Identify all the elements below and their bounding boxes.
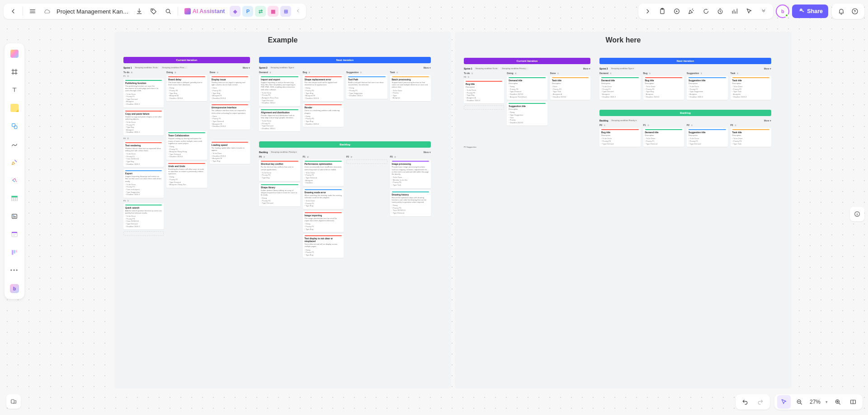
next-iteration-header: Next iteration bbox=[599, 58, 771, 64]
add-card[interactable] bbox=[123, 231, 164, 236]
sprint1-header[interactable]: Sprint 1 Grouping condition: To do Group… bbox=[123, 66, 250, 69]
card[interactable]: Team CollaborationSupport setting up sha… bbox=[166, 131, 207, 160]
card[interactable]: Suggestion titleDescriptionDoingType Sug… bbox=[507, 102, 547, 126]
card[interactable]: Bug titleDescriptionTo be DonePriority P… bbox=[599, 128, 641, 147]
card[interactable]: Shape libraryFolder abstract library edi… bbox=[259, 183, 300, 206]
col-todo[interactable]: To do1 P01 Bug titleDescriptionTo be Don… bbox=[464, 72, 504, 149]
add-card[interactable] bbox=[346, 159, 387, 164]
work-sprint1-header[interactable]: Sprint 1 Grouping condition To do Groupi… bbox=[464, 67, 590, 70]
card[interactable]: Alignment and distributionProvide alignm… bbox=[259, 108, 300, 132]
card[interactable]: Performance optimizationUsers occasional… bbox=[303, 159, 344, 186]
card[interactable]: ExportSupport exporting drawings and ent… bbox=[123, 169, 164, 198]
sprint1-tag2[interactable]: Grouping condition: Prior… bbox=[161, 66, 188, 69]
work-current-iteration[interactable]: Current iteration Sprint 1 Grouping cond… bbox=[464, 58, 590, 149]
col-p2[interactable]: P20 bbox=[346, 155, 387, 260]
col-bug[interactable]: Bug2 Shape replacement errorThe new shap… bbox=[303, 71, 344, 133]
work-sprint2-header[interactable]: Sprint 2 Grouping condition Type ▾ More … bbox=[599, 67, 771, 70]
card[interactable]: Batch processingSupport batch processing… bbox=[390, 75, 431, 101]
card[interactable]: Task titleDescriptionDonePriority P0Type… bbox=[550, 76, 590, 100]
card[interactable]: Import and exportSupport importing in va… bbox=[259, 75, 300, 106]
card[interactable]: Task titleDescriptionTo be DonePriority … bbox=[731, 76, 772, 100]
work-sprint1-tag1[interactable]: Grouping condition To do bbox=[474, 67, 499, 70]
col-todo[interactable]: To do5 P12 Publishing functionThe publis… bbox=[123, 71, 164, 236]
sprint1-tag1[interactable]: Grouping condition: To do bbox=[134, 66, 159, 69]
card-meta: To be DonePriority P2Type TaskAssigneeDe… bbox=[732, 85, 770, 98]
canvas[interactable]: Example Current iteration Sprint 1 Group… bbox=[0, 0, 868, 415]
col-doing[interactable]: Doing3 Board delayThe board data is dela… bbox=[166, 71, 207, 236]
card[interactable]: Unresponsive InterfaceThe software inter… bbox=[210, 103, 250, 129]
card[interactable]: Image processingProvide basic image proc… bbox=[390, 159, 431, 188]
example-current-iteration[interactable]: Current iteration Sprint 1 Grouping cond… bbox=[123, 57, 250, 236]
frame-example[interactable]: Example Current iteration Sprint 1 Group… bbox=[114, 32, 451, 388]
col-doing[interactable]: Doing2 Demand titleDescriptionDoingPrior… bbox=[507, 72, 547, 149]
col-task[interactable]: Task1 Task titleDescriptionTo be DonePri… bbox=[731, 72, 772, 102]
work-backlog-tag1[interactable]: Grouping condition Priority ▾ bbox=[610, 119, 637, 122]
col-p1[interactable]: P14 Performance optimizationUsers occasi… bbox=[303, 155, 344, 260]
col-demand[interactable]: Demand1 Demand titleDescriptionTo be Don… bbox=[599, 72, 641, 102]
card[interactable]: Tool PathBuild a tool path feature that … bbox=[346, 75, 387, 99]
card[interactable]: Drawing historyRecord the operation step… bbox=[390, 190, 431, 216]
col-done[interactable]: Done3 Display issueOverlay texts are not… bbox=[210, 71, 250, 236]
col-suggestion[interactable]: Suggestion1 Tool PathBuild a tool path f… bbox=[346, 71, 387, 133]
col-task[interactable]: Task1 Batch processingSupport batch proc… bbox=[390, 71, 431, 133]
sprint2-more[interactable]: More ▾ bbox=[424, 66, 431, 69]
card[interactable]: Suggestion titleDescriptionTo be DonePri… bbox=[687, 128, 728, 147]
work-sprint1-tag2[interactable]: Grouping condition Priority… bbox=[500, 67, 528, 70]
card[interactable]: Demand titleDescriptionTo be DonePriorit… bbox=[643, 128, 684, 147]
col-p2[interactable]: P21 Suggestion titleDescriptionTo be Don… bbox=[687, 124, 728, 149]
card[interactable]: Display issueOverlay texts are not equal… bbox=[210, 75, 250, 101]
backlog-row[interactable]: Backlog Grouping condition: Priority ▾ M… bbox=[259, 150, 431, 154]
backlog-tag1[interactable]: Grouping condition: Priority ▾ bbox=[269, 150, 298, 154]
card[interactable]: RenderThere is a rendering problem with … bbox=[303, 103, 344, 127]
sprint1-more[interactable]: More ▾ bbox=[243, 66, 250, 69]
col-suggestion[interactable]: Suggestion1 Suggestion titleDescriptionT… bbox=[687, 72, 728, 102]
card[interactable]: Text renderingShadow did not show text a… bbox=[123, 141, 164, 167]
card[interactable]: Loading speedThe loading speed often tak… bbox=[210, 140, 250, 164]
col-p1[interactable]: P11 Demand titleDescriptionTo be DonePri… bbox=[643, 124, 684, 149]
col-demand[interactable]: Demand2 Import and exportSupport importi… bbox=[259, 71, 300, 133]
card-title: Loading speed bbox=[212, 144, 248, 146]
add-card[interactable] bbox=[464, 105, 504, 110]
work-sprint2-tag1[interactable]: Grouping condition Type ▾ bbox=[610, 67, 635, 70]
col-p3[interactable]: P31 Task titleDescriptionTo be DonePrior… bbox=[731, 124, 772, 149]
work-next-iteration[interactable]: Next iteration Sprint 2 Grouping conditi… bbox=[599, 58, 771, 149]
work-backlog-more[interactable]: More ▾ bbox=[764, 119, 771, 122]
col-p0[interactable]: P01 Bug titleDescriptionTo be DonePriori… bbox=[599, 124, 641, 149]
card[interactable]: Quick searchAdd the search position func… bbox=[123, 203, 164, 229]
card[interactable]: Demand titleDescriptionTo be DonePriorit… bbox=[599, 76, 641, 100]
card[interactable]: Board delayThe board data is delayed, po… bbox=[166, 75, 207, 101]
card-desc: The new shape could not be applied and r… bbox=[305, 81, 342, 86]
current-iteration-header: Current iteration bbox=[464, 58, 590, 64]
card[interactable]: Text display is not clear or misplacedTe… bbox=[303, 234, 344, 258]
card[interactable]: Shortcut key conflictFix the shortcut ke… bbox=[259, 159, 300, 181]
card[interactable]: Suggestion titleDescriptionTo be DonePri… bbox=[687, 76, 728, 100]
card[interactable]: Task titleDescriptionTo be DonePriority … bbox=[731, 128, 772, 147]
frame-work[interactable]: Work here Current iteration Sprint 1 Gro… bbox=[455, 32, 792, 388]
card[interactable]: Bug titleDescriptionTo be DonePriority P… bbox=[464, 79, 504, 103]
sprint2-tag1[interactable]: Grouping condition: Type ▾ bbox=[269, 66, 296, 69]
card-meta-line: Assignee bbox=[392, 97, 429, 99]
card[interactable]: Image importingThe image placeholder was… bbox=[303, 211, 344, 232]
example-next-iteration[interactable]: Next iteration Sprint 2 Grouping conditi… bbox=[259, 57, 431, 260]
card-meta-line: Type Bug bbox=[305, 254, 342, 256]
work-backlog-row[interactable]: Backlog Grouping condition Priority ▾ Mo… bbox=[599, 119, 771, 122]
card-meta-line: Deadline bbox=[305, 182, 342, 184]
col-done[interactable]: Done1 Task titleDescriptionDonePriority … bbox=[550, 72, 590, 149]
card-meta: To be DonePriorityTypeAssignee bbox=[392, 89, 429, 99]
card[interactable]: Demand titleDescriptionDoingPriority P0T… bbox=[507, 76, 547, 100]
card[interactable]: Copy and paste failureUnable to copy and… bbox=[123, 109, 164, 135]
card-desc: Support setting up sharing workspace for… bbox=[168, 137, 205, 145]
work-sprint2-more[interactable]: More ▾ bbox=[764, 67, 771, 70]
card[interactable]: Bug titleDescriptionTo be DonePriority P… bbox=[643, 76, 684, 100]
col-bug[interactable]: Bug1 Bug titleDescriptionTo be DonePrior… bbox=[643, 72, 684, 102]
card[interactable]: Shape replacement errorThe new shape cou… bbox=[303, 75, 344, 101]
card[interactable]: Undo and UndoEnabling this feature will … bbox=[166, 162, 207, 188]
sprint2-header[interactable]: Sprint 2 Grouping condition: Type ▾ More… bbox=[259, 66, 431, 69]
work-sprint1-more[interactable]: More ▾ bbox=[583, 67, 590, 70]
card[interactable]: Drawing mode errorWhen switching the dra… bbox=[303, 188, 344, 209]
card-meta: To be DoneMember to do thisPriority P3Ty… bbox=[392, 176, 429, 186]
card[interactable]: Publishing functionThe publishing functi… bbox=[123, 79, 164, 107]
backlog-more[interactable]: More ▾ bbox=[424, 151, 431, 154]
col-p0[interactable]: P02 Shortcut key conflictFix the shortcu… bbox=[259, 155, 300, 260]
col-p3[interactable]: P32 Image processingProvide basic image … bbox=[390, 155, 431, 260]
